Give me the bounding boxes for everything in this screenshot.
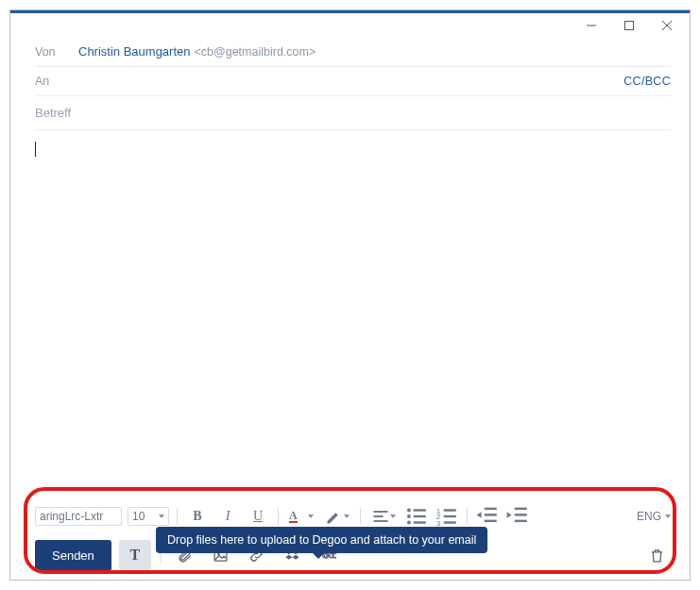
bold-button[interactable]: B [185,505,210,528]
language-value: ENG [637,510,661,523]
text-cursor [35,142,36,157]
to-row[interactable]: An CC/BCC [10,67,690,95]
minimize-button[interactable] [572,14,610,37]
maximize-button[interactable] [610,14,648,37]
close-button[interactable] [648,14,686,37]
from-name[interactable]: Christin Baumgarten [78,44,191,59]
list-ol-icon: 123 [435,504,459,529]
font-family-value: aringLrc-Lxtr [40,510,103,523]
separator [467,508,468,525]
from-label: Von [35,45,78,59]
indent-button[interactable] [505,505,530,528]
list-ul-icon [404,504,429,529]
chevron-down-icon [308,514,314,518]
svg-marker-26 [507,512,512,518]
svg-rect-1 [625,21,634,29]
minimize-icon [586,20,597,31]
action-toolbar: Drop files here to upload to Degoo and a… [10,531,690,580]
chevron-down-icon [390,514,396,518]
outdent-button[interactable] [475,505,500,528]
svg-point-30 [330,553,334,558]
svg-point-9 [407,514,411,518]
chevron-down-icon [665,514,671,518]
format-toggle-button[interactable]: T [119,540,151,570]
list-ordered-button[interactable]: 123 [435,505,459,528]
titlebar [10,10,690,37]
delete-button[interactable] [642,541,671,569]
degoo-tooltip: Drop files here to upload to Degoo and a… [156,527,487,553]
highlight-color-button[interactable] [322,505,352,528]
indent-icon [505,504,530,529]
font-size-value: 10 [132,510,145,523]
send-button[interactable]: Senden [35,540,111,571]
font-color-icon: A [289,510,298,523]
separator [360,508,361,525]
svg-marker-22 [477,512,482,518]
from-address: <cb@getmailbird.com> [195,45,316,59]
highlighter-icon [325,507,344,526]
font-size-select[interactable]: 10 [128,507,169,526]
subject-row[interactable]: Betreff [10,96,690,129]
subject-placeholder: Betreff [35,106,71,120]
outdent-icon [475,504,500,529]
list-unordered-button[interactable] [404,505,429,528]
close-icon [661,20,673,31]
font-color-button[interactable]: A [286,505,316,528]
chevron-down-icon [159,514,164,518]
separator [177,508,178,525]
ccbcc-toggle[interactable]: CC/BCC [623,75,671,88]
language-select[interactable]: ENG [637,510,671,523]
to-label: An [35,75,78,88]
underline-button[interactable]: U [246,505,270,528]
separator [278,508,279,525]
svg-point-11 [407,521,411,525]
trash-icon [649,548,665,564]
svg-point-7 [407,509,411,513]
chevron-down-icon [344,514,350,518]
font-family-select[interactable]: aringLrc-Lxtr [35,507,122,526]
compose-window: Von Christin Baumgarten <cb@getmailbird.… [9,9,691,581]
body-editor[interactable] [10,130,690,502]
from-row: Von Christin Baumgarten <cb@getmailbird.… [10,37,690,66]
italic-button[interactable]: I [215,505,240,528]
maximize-icon [623,20,635,31]
align-left-icon [371,507,390,526]
align-button[interactable] [368,505,399,528]
